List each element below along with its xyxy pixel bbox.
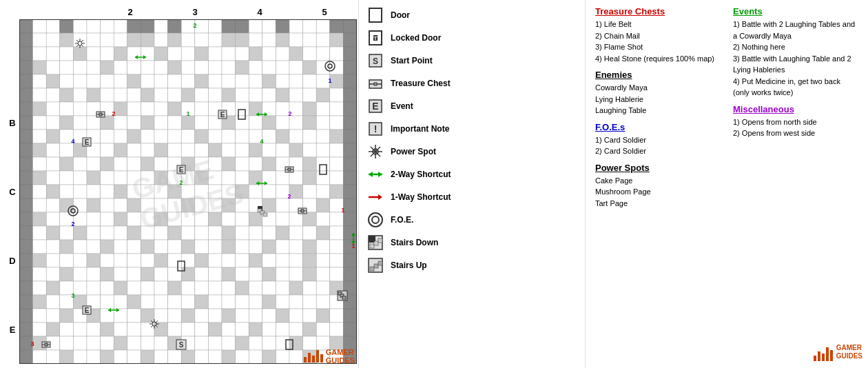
treasure-chest-icon	[366, 74, 385, 93]
row-header-e: E	[6, 295, 19, 364]
map-grid: GAMEGUIDES	[19, 19, 357, 364]
event-3: 3) Battle with Laughing Table and 2 Lyin…	[733, 53, 858, 76]
legend-foe: F.O.E.	[366, 210, 578, 229]
foe-label: F.O.E.	[391, 215, 413, 225]
treasure-chest-2: 2) Chain Mail	[595, 30, 721, 42]
power-spot-label: Power Spot	[391, 147, 436, 156]
door-label: Door	[391, 10, 410, 20]
svg-text:T: T	[374, 35, 378, 41]
treasure-chests-heading: Treasure Chests	[595, 6, 721, 17]
legend-event: E Event	[366, 96, 578, 116]
gg-bars-icon	[304, 350, 323, 362]
one-way-shortcut-label: 1-Way Shortcut	[391, 192, 451, 202]
event-2: 2) Nothing here	[733, 41, 858, 53]
events-block: Events 1) Battle with 2 Laughing Tables …	[733, 6, 858, 99]
gamer-guides-logo: GAMERGUIDES	[304, 348, 355, 365]
foe-icon	[366, 210, 385, 229]
svg-rect-62	[378, 261, 382, 265]
svg-rect-66	[826, 347, 829, 361]
power-spots-heading: Power Spots	[595, 163, 721, 173]
gg-bar-2	[308, 353, 311, 362]
legend-power-spot: Power Spot	[366, 142, 578, 161]
svg-rect-60	[370, 267, 374, 271]
important-note-icon: !	[366, 119, 385, 139]
svg-rect-64	[818, 351, 820, 361]
foes-heading: F.O.E.s	[595, 122, 721, 132]
row-header-a	[6, 19, 19, 88]
gg-logo-icon	[812, 342, 833, 362]
gg-bar-5	[320, 354, 323, 362]
legend-one-way-shortcut: 1-Way Shortcut	[366, 187, 578, 207]
power-spot-3: Tart Page	[595, 198, 721, 209]
event-1: 1) Battle with 2 Laughing Tables and a C…	[733, 19, 858, 41]
door-icon	[366, 6, 385, 25]
legend-section: Door T Locked Door S Start Point	[358, 0, 586, 368]
start-point-icon: S	[366, 51, 385, 70]
svg-text:!: !	[374, 123, 378, 134]
important-note-label: Important Note	[391, 124, 449, 134]
treasure-chest-label: Treasure Chest	[391, 79, 451, 88]
svg-marker-51	[378, 194, 382, 200]
legend-important-note: ! Important Note	[366, 119, 578, 139]
locked-door-label: Locked Door	[391, 33, 441, 43]
row-header-c: C	[6, 157, 19, 226]
stairs-up-icon	[366, 256, 385, 275]
row-header-b: B	[6, 88, 19, 157]
enemy-3: Laughing Table	[595, 105, 721, 116]
stairs-up-label: Stairs Up	[391, 260, 427, 270]
event-icon: E	[366, 96, 385, 116]
info-right-col: Events 1) Battle with 2 Laughing Tables …	[730, 3, 861, 254]
one-way-shortcut-icon	[366, 187, 385, 207]
gg-bar-4	[316, 350, 319, 362]
svg-rect-67	[830, 350, 833, 361]
svg-rect-61	[374, 264, 378, 268]
info-section: Treasure Chests 1) Life Belt 2) Chain Ma…	[586, 0, 868, 368]
col-headers: 2 3 4 5	[19, 7, 357, 17]
treasure-chest-4: 4) Heal Stone (requires 100% map)	[595, 53, 721, 65]
col-header-3: 3	[163, 7, 227, 17]
svg-rect-57	[374, 241, 378, 245]
treasure-chest-3: 3) Flame Shot	[595, 41, 721, 53]
misc-1: 1) Opens from north side	[733, 116, 858, 128]
treasure-chests-block: Treasure Chests 1) Life Belt 2) Chain Ma…	[595, 6, 721, 64]
legend-door: Door	[366, 6, 578, 25]
row-header-d: D	[6, 226, 19, 295]
svg-marker-49	[378, 172, 382, 177]
col-header-4: 4	[227, 7, 292, 17]
svg-text:S: S	[373, 57, 378, 66]
misc-block: Miscellaneous 1) Opens from north side 2…	[733, 104, 858, 139]
foes-block: F.O.E.s 1) Card Soldier 2) Card Soldier	[595, 122, 721, 157]
legend-locked-door: T Locked Door	[366, 28, 578, 48]
treasure-chest-1: 1) Life Belt	[595, 19, 721, 30]
col-header-5: 5	[292, 7, 357, 17]
two-way-shortcut-label: 2-Way Shortcut	[391, 170, 451, 179]
enemies-block: Enemies Cowardly Maya Lying Hablerie Lau…	[595, 70, 721, 116]
stairs-down-label: Stairs Down	[391, 238, 438, 247]
foe-2: 2) Card Soldier	[595, 145, 721, 157]
map-canvas	[19, 19, 357, 364]
svg-point-52	[369, 213, 382, 227]
svg-marker-48	[369, 172, 373, 177]
enemy-2: Lying Hablerie	[595, 94, 721, 105]
map-section: 2 3 4 5 B C D E GAMEGUIDES	[0, 0, 358, 368]
legend-two-way-shortcut: 2-Way Shortcut	[366, 165, 578, 184]
svg-rect-58	[378, 238, 382, 243]
gg-logo-text: GAMERGUIDES	[836, 344, 862, 360]
svg-rect-65	[822, 354, 825, 361]
legend-stairs-up: Stairs Up	[366, 256, 578, 275]
events-heading: Events	[733, 6, 858, 17]
svg-rect-29	[369, 8, 382, 22]
event-label: Event	[391, 101, 413, 111]
col-header-2: 2	[98, 7, 163, 17]
row-headers: B C D E	[6, 19, 19, 364]
power-spot-icon	[366, 142, 385, 161]
power-spots-block: Power Spots Cake Page Mushroom Page Tart…	[595, 163, 721, 209]
svg-rect-37	[374, 83, 377, 85]
svg-rect-56	[370, 244, 374, 248]
enemy-1: Cowardly Maya	[595, 82, 721, 94]
misc-heading: Miscellaneous	[733, 104, 858, 114]
svg-rect-63	[814, 356, 816, 361]
gg-bar-3	[312, 356, 315, 362]
start-point-label: Start Point	[391, 56, 433, 65]
gg-bar-1	[304, 357, 307, 362]
